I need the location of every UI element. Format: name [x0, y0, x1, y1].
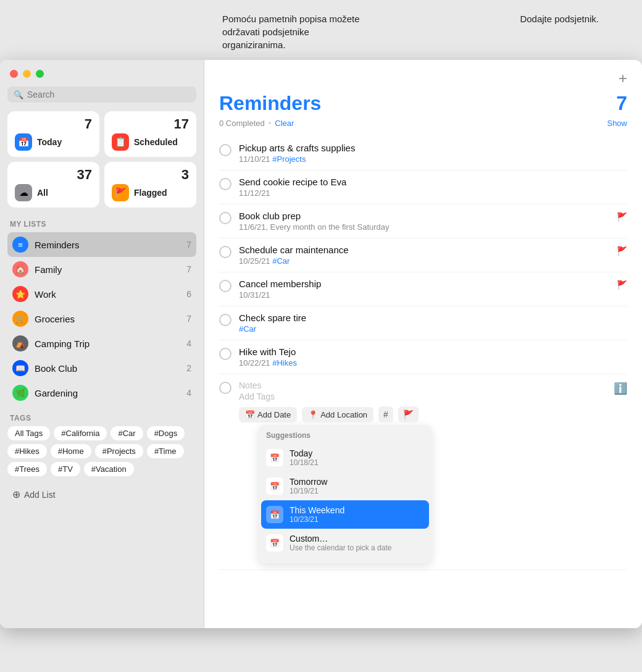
reminder-date: 11/10/21 — [239, 154, 270, 164]
reminder-text-block: Schedule car maintenance 10/25/21 #Car — [239, 245, 609, 266]
sidebar-item-book-club[interactable]: 📖 Book Club 2 — [7, 356, 196, 380]
today-icon: 📅 — [15, 133, 32, 151]
tag-trees[interactable]: #Trees — [7, 462, 47, 476]
suggestion-title: Tomorrow — [290, 477, 327, 487]
sidebar-item-reminders[interactable]: ≡ Reminders 7 — [7, 232, 196, 257]
suggestion-custom[interactable]: 📅 Custom… Use the calendar to pick a dat… — [259, 529, 431, 557]
all-icon: ☁ — [15, 184, 32, 201]
add-location-button[interactable]: 📍 Add Location — [302, 407, 373, 422]
close-button[interactable] — [10, 70, 18, 78]
suggestion-today[interactable]: 📅 Today 10/18/21 — [259, 443, 431, 472]
tag-all-tags[interactable]: All Tags — [7, 426, 50, 440]
reminder-checkbox[interactable] — [219, 314, 231, 326]
suggestion-this-weekend[interactable]: 📅 This Weekend 10/23/21 — [261, 500, 429, 529]
reminder-tag[interactable]: #Car — [239, 324, 256, 334]
reminder-title: Hike with Tejo — [239, 346, 627, 357]
tag-button[interactable]: # — [378, 406, 393, 422]
reminder-meta: #Car — [239, 324, 627, 334]
reminder-item: Hike with Tejo 10/22/21 #Hikes — [219, 340, 627, 374]
sidebar-item-work[interactable]: ⭐ Work 6 — [7, 282, 196, 306]
tag-car[interactable]: #Car — [110, 426, 143, 440]
reminder-flag-icon: 🚩 — [617, 246, 627, 256]
today-label: Today — [37, 137, 62, 147]
groceries-list-icon: 🛒 — [12, 311, 28, 327]
reminder-checkbox[interactable] — [219, 348, 231, 360]
reminder-checkbox[interactable] — [219, 144, 231, 156]
suggestion-tomorrow[interactable]: 📅 Tomorrow 10/19/21 — [259, 472, 431, 500]
tag-california[interactable]: #California — [54, 426, 107, 440]
tag-time[interactable]: #Time — [147, 444, 184, 458]
all-count: 37 — [15, 168, 92, 182]
fullscreen-button[interactable] — [36, 70, 44, 78]
reminder-item: Check spare tire #Car — [219, 306, 627, 340]
flag-button[interactable]: 🚩 — [398, 406, 419, 422]
title-row: Reminders 7 — [219, 92, 627, 115]
bookclub-list-count: 2 — [186, 363, 191, 373]
camping-list-icon: ⛺ — [12, 335, 28, 351]
flagged-label: Flagged — [134, 188, 167, 198]
notes-placeholder: Notes — [239, 380, 606, 390]
tooltip-row: Pomoću pametnih popisa možete održavati … — [0, 6, 642, 57]
tag-tv[interactable]: #TV — [51, 462, 80, 476]
new-reminder-checkbox[interactable] — [219, 382, 231, 394]
tags-heading: Tags — [7, 414, 196, 422]
reminders-list-count: 7 — [186, 240, 191, 250]
reminder-text-block: Pickup arts & crafts supplies 11/10/21 #… — [239, 143, 627, 164]
reminder-checkbox[interactable] — [219, 246, 231, 258]
scheduled-icon: 📋 — [112, 133, 129, 151]
smart-list-flagged[interactable]: 3 🚩 Flagged — [104, 162, 196, 208]
info-button[interactable]: ℹ️ — [614, 382, 627, 395]
sidebar-item-groceries[interactable]: 🛒 Groceries 7 — [7, 306, 196, 331]
reminder-tag[interactable]: #Car — [272, 256, 290, 266]
reminder-checkbox[interactable] — [219, 212, 231, 224]
app-window: 🔍 7 📅 Today 17 📋 Scheduled 37 — [0, 60, 642, 628]
family-list-name: Family — [35, 264, 180, 275]
show-completed-button[interactable]: Show — [607, 119, 627, 128]
add-reminder-button[interactable]: + — [619, 70, 627, 87]
smart-list-today[interactable]: 7 📅 Today — [7, 111, 99, 157]
smart-list-scheduled[interactable]: 17 📋 Scheduled — [104, 111, 196, 157]
reminders-total-count: 7 — [616, 92, 627, 115]
reminder-checkbox[interactable] — [219, 178, 231, 190]
tag-hikes[interactable]: #Hikes — [7, 444, 47, 458]
smart-list-all[interactable]: 37 ☁ All — [7, 162, 99, 208]
reminder-meta: 10/31/21 — [239, 290, 609, 300]
tag-dogs[interactable]: #Dogs — [147, 426, 185, 440]
sidebar: 🔍 7 📅 Today 17 📋 Scheduled 37 — [0, 60, 204, 628]
scheduled-count: 17 — [112, 117, 189, 131]
search-input[interactable] — [27, 90, 190, 99]
add-list-button[interactable]: ⊕ Add List — [7, 486, 196, 503]
add-list-plus-icon: ⊕ — [12, 489, 20, 500]
main-header: + — [219, 70, 627, 87]
clear-completed-button[interactable]: Clear — [275, 119, 294, 128]
minimize-button[interactable] — [23, 70, 31, 78]
new-reminder-row: Notes Add Tags 📅 Add Date 📍 Add Location… — [219, 374, 627, 570]
search-bar[interactable]: 🔍 — [7, 86, 196, 103]
tag-home[interactable]: #Home — [51, 444, 91, 458]
reminder-item: Send cookie recipe to Eva 11/12/21 — [219, 170, 627, 204]
tag-vacation[interactable]: #Vacation — [84, 462, 134, 476]
sidebar-item-gardening[interactable]: 🌿 Gardening 4 — [7, 380, 196, 405]
new-reminder-toolbar: 📅 Add Date 📍 Add Location # 🚩 — [239, 406, 606, 422]
reminder-text-block: Cancel membership 10/31/21 — [239, 279, 609, 300]
reminder-text-block: Book club prep 11/6/21, Every month on t… — [239, 211, 609, 232]
sidebar-item-camping-trip[interactable]: ⛺ Camping Trip 4 — [7, 331, 196, 356]
reminders-list-name: Reminders — [35, 240, 180, 250]
reminder-title: Check spare tire — [239, 313, 627, 323]
reminder-tag[interactable]: #Projects — [272, 154, 306, 164]
reminder-meta: 10/22/21 #Hikes — [239, 358, 627, 368]
sidebar-item-family[interactable]: 🏠 Family 7 — [7, 257, 196, 282]
reminders-list-icon: ≡ — [12, 237, 28, 253]
location-icon: 📍 — [308, 410, 318, 419]
tag-projects[interactable]: #Projects — [95, 444, 143, 458]
reminder-title: Pickup arts & crafts supplies — [239, 143, 627, 153]
reminder-title: Send cookie recipe to Eva — [239, 177, 627, 187]
reminder-item: Cancel membership 10/31/21 🚩 — [219, 272, 627, 306]
reminder-meta: 11/12/21 — [239, 188, 627, 198]
reminder-tag[interactable]: #Hikes — [272, 358, 297, 368]
new-reminder-content: Notes Add Tags 📅 Add Date 📍 Add Location… — [239, 380, 606, 563]
add-date-button[interactable]: 📅 Add Date — [239, 407, 297, 422]
reminder-title: Schedule car maintenance — [239, 245, 609, 255]
reminder-checkbox[interactable] — [219, 280, 231, 292]
add-location-label: Add Location — [320, 410, 367, 419]
